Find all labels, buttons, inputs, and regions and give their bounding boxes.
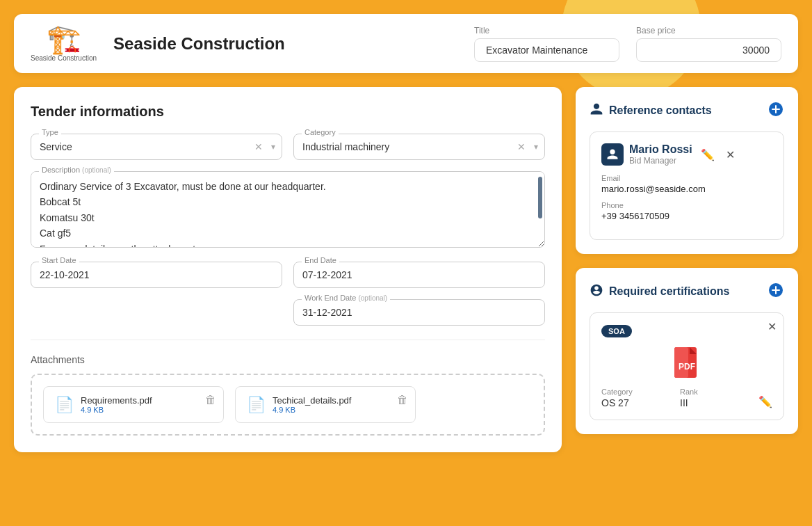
header-fields: Title Base price [474, 26, 781, 62]
contact-role: Bid Manager [629, 156, 692, 166]
logo-area: 🏗️ Seaside Construction [31, 25, 97, 62]
contact-name-role: Mario Rossi Bid Manager [629, 143, 692, 166]
certification-close-button[interactable]: ✕ [768, 320, 777, 333]
reference-contacts-card: Reference contacts Mario Rossi Bid Manag… [576, 87, 798, 254]
add-contact-button[interactable] [768, 101, 784, 120]
required-certifications-header: Required certifications [590, 282, 784, 301]
end-date-field: End Date [293, 262, 545, 288]
category-label: Category [302, 128, 339, 136]
cert-rank: Rank III [680, 388, 758, 408]
cert-category-label: Category [601, 388, 680, 396]
contact-card: Mario Rossi Bid Manager ✏️ ✕ Email mario… [590, 132, 784, 240]
base-price-label: Base price [636, 26, 781, 35]
description-row: Description (optional) Ordinary Service … [31, 171, 545, 250]
contact-header: Mario Rossi Bid Manager ✏️ ✕ [601, 143, 772, 166]
category-select-wrapper: Industrial machinery ✕ ▾ [293, 134, 545, 160]
pdf-icon: PDF [601, 346, 772, 379]
email-value: mario.rossi@seaside.com [601, 184, 772, 194]
crane-icon: 🏗️ [47, 25, 81, 53]
add-certification-button[interactable] [768, 282, 784, 301]
phone-value: +39 3456170509 [601, 211, 772, 221]
company-name: Seaside Construction [113, 34, 285, 54]
attachment-name-2: Techical_details.pdf [273, 395, 404, 406]
certification-edit-button[interactable]: ✏️ [758, 395, 772, 408]
type-field: Type Service ✕ ▾ [31, 134, 282, 160]
tender-informations-panel: Tender informations Type Service ✕ ▾ Cat… [14, 87, 562, 452]
title-label: Title [474, 26, 619, 35]
contact-edit-button[interactable]: ✏️ [698, 148, 717, 161]
certificate-icon [590, 283, 603, 301]
contact-name: Mario Rossi [629, 143, 692, 155]
base-price-field: Base price [636, 26, 781, 62]
type-label: Type [39, 128, 61, 136]
required-certifications-title: Required certifications [609, 285, 762, 298]
attachment-name-1: Requirements.pdf [81, 395, 212, 406]
description-textarea[interactable]: Ordinary Service of 3 Excavator, must be… [31, 171, 545, 248]
contact-close-button[interactable]: ✕ [723, 148, 738, 161]
reference-contacts-title: Reference contacts [609, 104, 762, 117]
cert-rank-value: III [680, 397, 758, 408]
title-input[interactable] [474, 38, 619, 62]
attachment-delete-2[interactable]: 🗑 [397, 394, 408, 406]
cert-rank-label: Rank [680, 388, 758, 396]
description-label: Description (optional) [39, 166, 114, 174]
certification-card: ✕ SOA PDF Category OS 27 [590, 312, 784, 420]
description-scrollbar [538, 177, 542, 218]
company-logo-label: Seaside Construction [31, 54, 97, 62]
attachments-label: Attachments [31, 354, 545, 365]
file-icon-1: 📄 [55, 396, 74, 414]
cert-category: Category OS 27 [601, 388, 680, 408]
attachment-size-2: 4.9 KB [273, 406, 404, 414]
attachments-box: 📄 Requirements.pdf 4.9 KB 🗑 📄 Techical_d… [31, 374, 545, 436]
email-label: Email [601, 174, 772, 182]
phone-label: Phone [601, 201, 772, 209]
dates-row: Start Date End Date [31, 262, 545, 288]
tender-section-title: Tender informations [31, 104, 545, 120]
svg-text:PDF: PDF [679, 362, 695, 372]
certification-badge: SOA [601, 325, 632, 337]
required-certifications-card: Required certifications ✕ SOA PDF [576, 268, 798, 434]
type-select[interactable]: Service [31, 134, 282, 160]
file-icon-2: 📄 [247, 396, 266, 414]
start-date-input[interactable] [31, 262, 282, 288]
category-select[interactable]: Industrial machinery [293, 134, 545, 160]
type-clear-icon[interactable]: ✕ [254, 141, 263, 152]
content-row: Tender informations Type Service ✕ ▾ Cat… [14, 87, 798, 452]
header-card: 🏗️ Seaside Construction Seaside Construc… [14, 14, 798, 73]
attachment-item-1: 📄 Requirements.pdf 4.9 KB 🗑 [43, 386, 224, 423]
start-date-field: Start Date [31, 262, 282, 288]
end-date-label: End Date [302, 256, 339, 264]
description-field: Description (optional) Ordinary Service … [31, 171, 545, 250]
attachment-info-2: Techical_details.pdf 4.9 KB [273, 395, 404, 414]
contact-avatar [601, 143, 624, 166]
reference-contacts-header: Reference contacts [590, 101, 784, 120]
work-end-date-input[interactable] [293, 299, 545, 326]
attachment-delete-1[interactable]: 🗑 [205, 394, 216, 406]
work-end-date-row: Work End Date (optional) [31, 299, 545, 326]
right-panel: Reference contacts Mario Rossi Bid Manag… [576, 87, 798, 434]
type-select-wrapper: Service ✕ ▾ [31, 134, 282, 160]
work-end-date-field: Work End Date (optional) [293, 299, 545, 326]
attachment-size-1: 4.9 KB [81, 406, 212, 414]
cert-details-row: Category OS 27 Rank III ✏️ [601, 388, 772, 408]
type-category-row: Type Service ✕ ▾ Category Industrial mac… [31, 134, 545, 160]
start-date-label: Start Date [39, 256, 79, 264]
category-clear-icon[interactable]: ✕ [517, 141, 526, 152]
attachment-item-2: 📄 Techical_details.pdf 4.9 KB 🗑 [235, 386, 416, 423]
cert-category-value: OS 27 [601, 397, 680, 408]
title-field: Title [474, 26, 619, 62]
base-price-input[interactable] [636, 38, 781, 62]
work-end-date-label: Work End Date (optional) [302, 294, 390, 302]
description-textarea-wrapper: Ordinary Service of 3 Excavator, must be… [31, 171, 545, 250]
divider [31, 340, 545, 340]
person-icon [590, 102, 603, 120]
category-field: Category Industrial machinery ✕ ▾ [293, 134, 545, 160]
attachment-info-1: Requirements.pdf 4.9 KB [81, 395, 212, 414]
end-date-input[interactable] [293, 262, 545, 288]
